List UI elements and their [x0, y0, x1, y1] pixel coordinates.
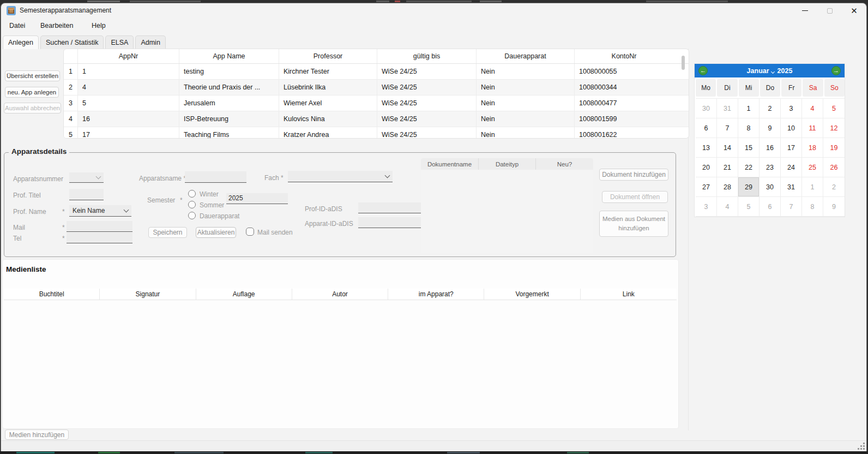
calendar-day[interactable]: 17 — [781, 138, 802, 158]
calendar-day[interactable]: 19 — [823, 138, 845, 158]
calendar-day[interactable]: 8 — [802, 197, 823, 217]
winter-radio[interactable] — [188, 190, 196, 198]
calendar-day[interactable]: 28 — [717, 177, 738, 197]
calendar-day[interactable]: 6 — [760, 197, 781, 217]
calendar-day[interactable]: 14 — [717, 138, 738, 158]
calendar-day[interactable]: 4 — [717, 197, 738, 217]
table-row[interactable]: 5 17 Teaching Films Kratzer Andrea WiSe … — [64, 127, 689, 139]
auswahl-abbrechen-button[interactable]: Auswahl abbrechen — [4, 103, 61, 113]
column-header-vorgemerkt[interactable]: Vorgemerkt — [484, 289, 580, 300]
calendar-day[interactable]: 8 — [738, 118, 760, 138]
resize-grip[interactable] — [858, 443, 865, 450]
calendar-day[interactable]: 20 — [696, 158, 717, 177]
aktualisieren-button[interactable]: Aktualisieren — [196, 227, 236, 238]
apparatsnummer-combobox[interactable] — [69, 172, 104, 183]
column-header-buchtitel[interactable]: Buchtitel — [4, 289, 100, 300]
calendar-next-month-button[interactable]: → — [831, 66, 841, 75]
calendar-day[interactable]: 12 — [823, 118, 845, 138]
calendar-day[interactable]: 22 — [738, 158, 760, 177]
calendar-day[interactable]: 7 — [781, 197, 802, 217]
speichern-button[interactable]: Speichern — [148, 227, 187, 238]
calendar-day[interactable]: 18 — [802, 138, 823, 158]
column-header-signatur[interactable]: Signatur — [100, 289, 196, 300]
tab-anlegen[interactable]: Anlegen — [3, 35, 39, 49]
column-header-appnr[interactable]: AppNr — [78, 49, 179, 63]
medien-hinzufuegen-button[interactable]: Medien hinzufügen — [5, 429, 69, 440]
calendar-day[interactable]: 11 — [802, 118, 823, 138]
calendar-day[interactable]: 24 — [781, 158, 802, 177]
column-header-dokumentname[interactable]: Dokumentname — [421, 158, 479, 170]
dokument-oeffnen-button[interactable]: Dokument öffnen — [602, 191, 668, 203]
calendar-day[interactable]: 2 — [823, 177, 845, 197]
calendar-day[interactable]: 2 — [760, 99, 781, 118]
calendar-day[interactable]: 13 — [696, 138, 717, 158]
column-header-appname[interactable]: App Name — [179, 49, 279, 63]
minimize-button[interactable] — [793, 3, 817, 18]
close-button[interactable]: ✕ — [842, 3, 866, 18]
mail-senden-checkbox[interactable] — [246, 228, 254, 236]
column-header-professor[interactable]: Professor — [279, 49, 377, 63]
calendar-day[interactable]: 10 — [781, 118, 802, 138]
calendar-day[interactable]: 7 — [717, 118, 738, 138]
prof-name-combobox[interactable]: Kein Name — [69, 205, 131, 217]
calendar-day[interactable]: 15 — [738, 138, 760, 158]
dokument-hinzufuegen-button[interactable]: Dokument hinzufügen — [599, 169, 668, 181]
calendar-title[interactable]: Januar 2025 — [695, 67, 845, 75]
calendar-day[interactable]: 31 — [781, 177, 802, 197]
table-row[interactable]: 4 16 ISP-Betreuung Kulovics Nina WiSe 24… — [64, 111, 689, 127]
uebersicht-erstellen-button[interactable]: Übersicht erstellen — [5, 70, 60, 81]
table-scrollbar-thumb[interactable] — [682, 56, 685, 70]
neu-app-anlegen-button[interactable]: neu. App anlegen — [5, 87, 59, 98]
maximize-button[interactable] — [817, 3, 842, 18]
fach-combobox[interactable] — [288, 171, 393, 182]
calendar-day[interactable]: 5 — [738, 197, 760, 217]
menu-help[interactable]: Help — [92, 22, 106, 29]
sommer-radio[interactable] — [188, 201, 196, 208]
column-header-dauerapparat[interactable]: Dauerapparat — [477, 49, 575, 63]
calendar-day[interactable]: 30 — [760, 177, 781, 197]
prof-titel-input[interactable] — [69, 189, 104, 200]
calendar-day[interactable]: 4 — [802, 99, 823, 118]
prof-id-adis-input[interactable] — [358, 202, 423, 213]
table-row[interactable]: 1 1 testing Kirchner Tester WiSe 24/25 N… — [64, 64, 689, 80]
calendar-day[interactable]: 1 — [802, 177, 823, 197]
column-header-gueltig-bis[interactable]: gültig bis — [377, 49, 477, 63]
table-row[interactable]: 3 5 Jerusalem Wiemer Axel WiSe 24/25 Nei… — [64, 95, 689, 111]
column-header-im-apparat[interactable]: im Apparat? — [388, 289, 484, 300]
column-header-link[interactable]: Link — [581, 289, 677, 300]
tab-elsa[interactable]: ELSA — [105, 35, 134, 49]
calendar-day[interactable]: 30 — [696, 99, 717, 118]
column-header-auflage[interactable]: Auflage — [196, 289, 292, 300]
calendar-day[interactable]: 27 — [696, 177, 717, 197]
calendar-day[interactable]: 9 — [760, 118, 781, 138]
calendar-day[interactable]: 3 — [696, 197, 717, 217]
mail-input[interactable] — [67, 221, 132, 232]
table-row[interactable]: 2 4 Theorie und Praxis der ... Lüsebrink… — [64, 80, 689, 95]
column-header-kontonr[interactable]: KontoNr — [575, 49, 673, 63]
calendar-prev-month-button[interactable]: ← — [698, 66, 708, 75]
calendar-day[interactable]: 9 — [823, 197, 845, 217]
calendar-day[interactable]: 31 — [717, 99, 738, 118]
tel-input[interactable] — [67, 232, 132, 243]
column-header-autor[interactable]: Autor — [292, 289, 388, 300]
tab-suchen-statistik[interactable]: Suchen / Statistik — [40, 35, 104, 49]
calendar-day[interactable]: 6 — [696, 118, 717, 138]
menu-datei[interactable]: Datei — [9, 22, 25, 29]
tab-admin[interactable]: Admin — [135, 35, 165, 49]
medien-aus-dokument-button[interactable]: Medien aus Dokument hinzufügen — [599, 211, 668, 237]
calendar-day[interactable]: 5 — [823, 99, 845, 118]
apparatsname-input[interactable] — [185, 171, 246, 183]
calendar-day[interactable]: 26 — [823, 158, 845, 177]
semester-year-input[interactable]: 2025 — [226, 193, 288, 204]
column-header-dateityp[interactable]: Dateityp — [479, 158, 536, 170]
calendar-day[interactable]: 16 — [760, 138, 781, 158]
calendar-day[interactable]: 21 — [717, 158, 738, 177]
column-header-neu[interactable]: Neu? — [536, 158, 593, 170]
calendar-day[interactable]: 25 — [802, 158, 823, 177]
dauerapparat-radio[interactable] — [188, 212, 196, 219]
calendar-day[interactable]: 1 — [738, 99, 760, 118]
menu-bearbeiten[interactable]: Bearbeiten — [40, 22, 73, 29]
calendar-day[interactable]: 23 — [760, 158, 781, 177]
apparat-id-adis-input[interactable] — [358, 217, 423, 228]
calendar-day[interactable]: 3 — [781, 99, 802, 118]
